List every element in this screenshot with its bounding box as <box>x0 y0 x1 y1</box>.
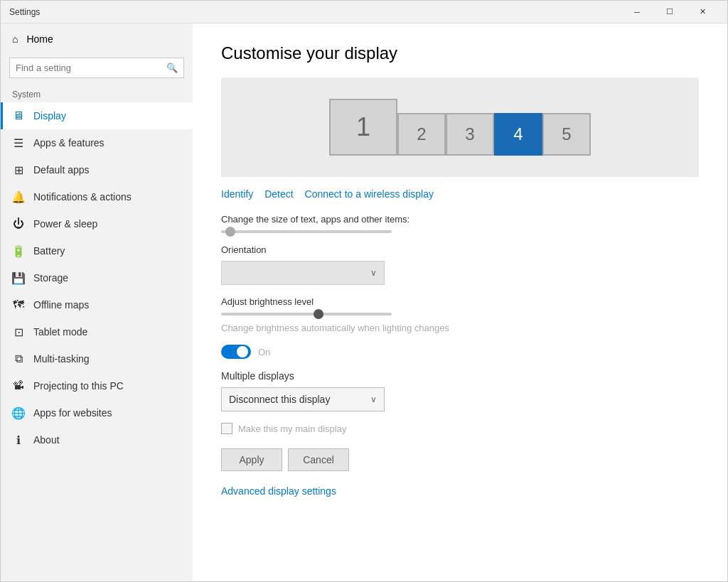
sidebar-item-default-apps[interactable]: ⊞ Default apps <box>1 156 193 183</box>
sidebar-item-label-apps-websites: Apps for websites <box>33 407 112 419</box>
sidebar-item-projecting[interactable]: 📽 Projecting to this PC <box>1 372 193 399</box>
auto-brightness-label: Change brightness automatically when lig… <box>221 323 449 333</box>
storage-icon: 💾 <box>12 271 25 284</box>
brightness-label: Adjust brightness level <box>221 296 699 307</box>
multiple-displays-label: Multiple displays <box>221 370 699 382</box>
monitor-1[interactable]: 1 <box>329 99 397 156</box>
toggle-state-label: On <box>258 347 270 357</box>
apply-button[interactable]: Apply <box>221 448 282 471</box>
display-links: Identify Detect Connect to a wireless di… <box>221 188 699 200</box>
settings-window: Settings ─ ☐ ✕ ⌂ Home 🔍 System 🖥 Disp <box>0 0 728 582</box>
sidebar-items-container: 🖥 Display ☰ Apps & features ⊞ Default ap… <box>1 102 193 453</box>
sidebar-item-power-sleep[interactable]: ⏻ Power & sleep <box>1 210 193 237</box>
identify-link[interactable]: Identify <box>221 188 253 200</box>
monitor-5[interactable]: 5 <box>542 113 591 156</box>
main-display-checkbox-row: Make this my main display <box>221 423 699 434</box>
toggle-knob <box>237 346 248 357</box>
notifications-icon: 🔔 <box>12 190 25 203</box>
home-icon: ⌂ <box>12 33 18 45</box>
power-sleep-icon: ⏻ <box>12 217 25 230</box>
battery-icon: 🔋 <box>12 244 25 257</box>
orientation-section: Orientation ∨ <box>221 244 699 285</box>
monitor-3[interactable]: 3 <box>446 113 494 156</box>
apps-websites-icon: 🌐 <box>12 406 25 419</box>
apps-features-icon: ☰ <box>12 136 25 149</box>
sidebar-item-label-battery: Battery <box>33 245 65 257</box>
sidebar-item-label-projecting: Projecting to this PC <box>33 380 124 392</box>
home-label: Home <box>26 33 53 45</box>
monitor-label-5: 5 <box>562 124 571 144</box>
projecting-icon: 📽 <box>12 379 25 392</box>
action-buttons: Apply Cancel <box>221 448 699 471</box>
sidebar-item-about[interactable]: ℹ About <box>1 426 193 453</box>
orientation-dropdown[interactable]: ∨ <box>221 261 385 285</box>
sidebar-item-offline-maps[interactable]: 🗺 Offline maps <box>1 291 193 318</box>
brightness-section: Adjust brightness level <box>221 296 699 316</box>
page-title: Customise your display <box>221 43 699 63</box>
window-controls: ─ ☐ ✕ <box>621 1 719 23</box>
orientation-label: Orientation <box>221 244 699 255</box>
multiple-displays-section: Multiple displays Disconnect this displa… <box>221 370 699 411</box>
monitor-2[interactable]: 2 <box>397 113 446 156</box>
display-preview: 12345 <box>221 77 699 177</box>
monitor-label-1: 1 <box>356 112 370 142</box>
multiple-displays-arrow: ∨ <box>370 394 377 404</box>
search-input[interactable] <box>10 58 161 77</box>
content-area: ⌂ Home 🔍 System 🖥 Display ☰ Apps & featu… <box>1 23 727 581</box>
sidebar-item-storage[interactable]: 💾 Storage <box>1 264 193 291</box>
auto-brightness-toggle[interactable] <box>221 345 251 359</box>
sidebar-item-label-default-apps: Default apps <box>33 164 90 176</box>
detect-link[interactable]: Detect <box>264 188 293 200</box>
text-size-slider[interactable] <box>221 230 392 233</box>
sidebar-item-label-notifications: Notifications & actions <box>33 191 132 203</box>
sidebar-item-label-apps-features: Apps & features <box>33 137 105 149</box>
sidebar-item-multi-tasking[interactable]: ⧉ Multi-tasking <box>1 345 193 372</box>
default-apps-icon: ⊞ <box>12 163 25 176</box>
sidebar-item-label-offline-maps: Offline maps <box>33 299 89 311</box>
tablet-mode-icon: ⊡ <box>12 325 25 338</box>
text-size-section: Change the size of text, apps and other … <box>221 214 699 233</box>
sidebar-item-label-about: About <box>33 434 60 446</box>
advanced-display-link[interactable]: Advanced display settings <box>221 485 336 497</box>
auto-brightness-toggle-row: On <box>221 345 699 359</box>
maximize-button[interactable]: ☐ <box>653 1 686 23</box>
monitors-row: 12345 <box>329 99 591 156</box>
monitor-label-4: 4 <box>513 124 523 144</box>
monitor-4[interactable]: 4 <box>494 113 542 156</box>
sidebar-item-apps-websites[interactable]: 🌐 Apps for websites <box>1 399 193 426</box>
sidebar-item-notifications[interactable]: 🔔 Notifications & actions <box>1 183 193 210</box>
sidebar-item-battery[interactable]: 🔋 Battery <box>1 237 193 264</box>
sidebar-item-display[interactable]: 🖥 Display <box>1 102 193 129</box>
orientation-arrow: ∨ <box>370 268 377 278</box>
connect-wireless-link[interactable]: Connect to a wireless display <box>305 188 434 200</box>
brightness-slider[interactable] <box>221 313 392 316</box>
main-display-checkbox[interactable] <box>221 423 232 434</box>
display-icon: 🖥 <box>12 109 25 122</box>
sidebar-section-label: System <box>1 84 193 102</box>
sidebar-item-home[interactable]: ⌂ Home <box>1 23 193 55</box>
sidebar-item-apps-features[interactable]: ☰ Apps & features <box>1 129 193 156</box>
offline-maps-icon: 🗺 <box>12 298 25 311</box>
sidebar: ⌂ Home 🔍 System 🖥 Display ☰ Apps & featu… <box>1 23 193 581</box>
sidebar-item-label-tablet-mode: Tablet mode <box>33 326 87 338</box>
sidebar-item-tablet-mode[interactable]: ⊡ Tablet mode <box>1 318 193 345</box>
sidebar-item-label-multi-tasking: Multi-tasking <box>33 353 90 365</box>
search-icon: 🔍 <box>161 58 183 77</box>
minimize-button[interactable]: ─ <box>621 1 653 23</box>
sidebar-item-label-storage: Storage <box>33 272 68 284</box>
brightness-thumb <box>314 309 323 319</box>
main-content: Customise your display 12345 Identify De… <box>193 23 727 581</box>
sidebar-item-label-display: Display <box>33 110 66 122</box>
search-box: 🔍 <box>9 58 184 78</box>
text-size-thumb <box>225 227 235 237</box>
monitor-label-2: 2 <box>417 124 426 144</box>
close-button[interactable]: ✕ <box>686 1 719 23</box>
multiple-displays-dropdown[interactable]: Disconnect this display ∨ <box>221 387 385 411</box>
cancel-button[interactable]: Cancel <box>288 448 349 471</box>
multi-tasking-icon: ⧉ <box>12 352 25 365</box>
main-display-label: Make this my main display <box>238 424 346 434</box>
sidebar-item-label-power-sleep: Power & sleep <box>33 218 97 230</box>
text-size-label: Change the size of text, apps and other … <box>221 214 699 225</box>
window-title: Settings <box>9 7 621 17</box>
multiple-displays-value: Disconnect this display <box>229 394 330 405</box>
